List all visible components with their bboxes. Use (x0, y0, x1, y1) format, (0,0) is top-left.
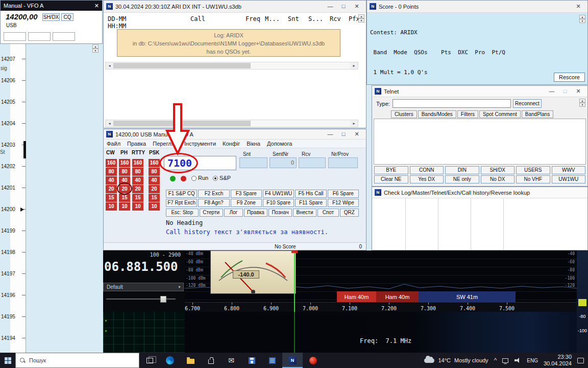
wipe-button[interactable]: Стерти (200, 209, 223, 217)
profile-dropdown[interactable]: Default (103, 283, 184, 291)
telnet-cmd-button[interactable]: UW1WU (552, 175, 586, 183)
band-cell[interactable]: 40 (106, 176, 117, 185)
slider-handle[interactable] (160, 296, 166, 303)
waterfall-scale[interactable]: -80 -100 (577, 250, 588, 353)
band-cell[interactable]: 15 (149, 194, 160, 202)
spot-button[interactable]: Спот (317, 209, 339, 217)
menu-item-file[interactable]: Файл (107, 141, 120, 147)
telnet-cmd-button[interactable]: CONN (410, 166, 444, 174)
band-cell[interactable]: 10 (119, 202, 130, 211)
minimize-icon[interactable]: — (545, 88, 558, 95)
band-cell[interactable]: 80 (119, 168, 130, 176)
close-icon[interactable]: ✕ (572, 88, 585, 95)
tab-bands-modes[interactable]: Bands/Modes (418, 110, 456, 118)
horizontal-scrollbar[interactable]: ◂ ▸ (105, 62, 358, 70)
explorer-button[interactable] (180, 353, 201, 368)
sp-radio[interactable]: S&P (213, 175, 231, 181)
band-cell[interactable]: 10 (149, 202, 160, 211)
esc-stop-button[interactable]: Esc: Stop (166, 209, 199, 217)
scroll-left-arrow[interactable]: ◂ (106, 62, 113, 69)
language-indicator[interactable]: ENG (527, 358, 538, 363)
fkey-button-f9[interactable]: F9 Zone (231, 199, 262, 207)
search-box[interactable]: Пошук (15, 353, 139, 368)
type-input[interactable] (393, 99, 511, 108)
chevron-up-icon[interactable]: ^ (494, 357, 497, 364)
tuning-line[interactable] (294, 250, 295, 353)
telnet-titlebar[interactable]: N Telnet — □ ✕ (372, 86, 587, 97)
band-cell[interactable]: 160 (149, 159, 160, 167)
font-size-spinner[interactable]: ▲▼ (579, 15, 585, 23)
mark-button[interactable]: Познач (268, 209, 292, 217)
snt-field[interactable] (239, 157, 267, 168)
scroll-left-arrow[interactable]: ◂ (106, 120, 113, 127)
cq-button[interactable]: CQ (61, 13, 74, 21)
sdr-app-button[interactable] (303, 353, 323, 368)
band-cell[interactable]: 40 (149, 176, 160, 185)
telnet-cmd-button[interactable]: No DX (481, 175, 515, 183)
band-cell[interactable]: 20 (132, 185, 143, 193)
clock[interactable]: 23:30 30.04.2024 (544, 354, 572, 367)
telnet-cmd-button[interactable]: SH/DX (481, 166, 515, 174)
band-cell[interactable]: 160 (132, 159, 143, 167)
fkey-button-f2[interactable]: F2 Exch (198, 190, 229, 198)
telnet-cmd-button[interactable]: NE only (445, 175, 479, 183)
tab-filters[interactable]: Filters (457, 110, 478, 118)
telnet-cmd-button[interactable]: WWV (552, 166, 586, 174)
font-size-spinner[interactable]: ▲▼ (92, 44, 99, 53)
scroll-right-arrow[interactable]: ▸ (350, 120, 358, 127)
fkey-button-f5[interactable]: F5 His Call (295, 190, 326, 198)
band-cell[interactable]: 10 (106, 202, 117, 211)
shdx-button[interactable]: SH/DX (42, 13, 60, 21)
fkey-button-f4[interactable]: F4 UW1WU (263, 190, 294, 198)
menu-item-edit[interactable]: Правка (127, 141, 146, 147)
vfo-field[interactable] (53, 32, 75, 41)
store-button[interactable] (201, 353, 221, 368)
maximize-icon[interactable]: □ (337, 131, 350, 137)
fkey-button-f8[interactable]: F8 Agn? (198, 199, 229, 207)
fkey-button-f7[interactable]: F7 Rpt Exch (166, 199, 197, 207)
band-cell[interactable]: 80 (132, 168, 143, 176)
mail-button[interactable]: ✉ (221, 353, 241, 368)
band-cell[interactable]: 80 (149, 168, 160, 176)
edge-button[interactable] (160, 353, 180, 368)
waterfall-display[interactable]: Freq: 7.1 MHz (185, 312, 577, 353)
telnet-cmd-button[interactable]: USERS (516, 166, 550, 174)
maximize-icon[interactable]: □ (337, 3, 350, 10)
band-cell[interactable]: 10 (132, 202, 143, 211)
telnet-cmd-button[interactable]: Clear NE (374, 175, 408, 183)
network-icon[interactable] (502, 358, 508, 363)
band-cell[interactable]: 15 (119, 194, 130, 202)
score-titlebar[interactable]: N Score - 0 Points ✕ (367, 1, 587, 13)
tab-clusters[interactable]: Clusters (391, 110, 417, 118)
fkey-button-f6[interactable]: F6 Spare (328, 190, 359, 198)
log-titlebar[interactable]: N 30.04.2024 20:30:10Z ARI DX INT - UW1W… (104, 1, 366, 13)
band-cell[interactable]: 80 (106, 168, 117, 176)
minimize-icon[interactable]: — (324, 3, 337, 10)
reconnect-button[interactable]: Reconnect (513, 99, 542, 108)
horizontal-scrollbar[interactable]: ◂ ▸ (105, 120, 358, 127)
telnet-output[interactable] (374, 119, 586, 165)
telnet-cmd-button[interactable]: No VHF (516, 175, 550, 183)
entry-titlebar[interactable]: N 14200,00 USB Manual - VFO A — □ ✕ (104, 129, 366, 140)
menu-item-windows[interactable]: Вікна (247, 141, 260, 147)
scope-display[interactable] (103, 312, 185, 353)
vfo-field[interactable] (4, 32, 26, 41)
tab-bandplans[interactable]: BandPlans (522, 110, 553, 118)
rcv-field[interactable] (299, 157, 326, 168)
band-cell[interactable]: 160 (119, 159, 130, 167)
edit-button[interactable]: Правка (244, 209, 267, 217)
font-size-spinner[interactable]: ▲▼ (579, 99, 585, 107)
scroll-right-arrow[interactable]: ▸ (350, 62, 358, 69)
telnet-cmd-button[interactable]: DIN (445, 166, 479, 174)
tab-spot-comment[interactable]: Spot Comment (479, 110, 521, 118)
vfo-field[interactable] (28, 32, 51, 41)
band-cell[interactable]: 20 (149, 185, 160, 193)
weather-widget[interactable]: 14°C Mostly cloudy (424, 357, 488, 363)
start-button[interactable] (0, 353, 15, 368)
maximize-icon[interactable]: □ (558, 88, 572, 95)
fkey-button-f12[interactable]: F12 Wipe (328, 199, 359, 207)
sentnr-field[interactable]: 0 (270, 157, 297, 168)
run-radio[interactable]: Run (191, 175, 208, 181)
qrz-button[interactable]: QRZ (340, 209, 359, 217)
band-cell[interactable]: 15 (106, 194, 117, 202)
